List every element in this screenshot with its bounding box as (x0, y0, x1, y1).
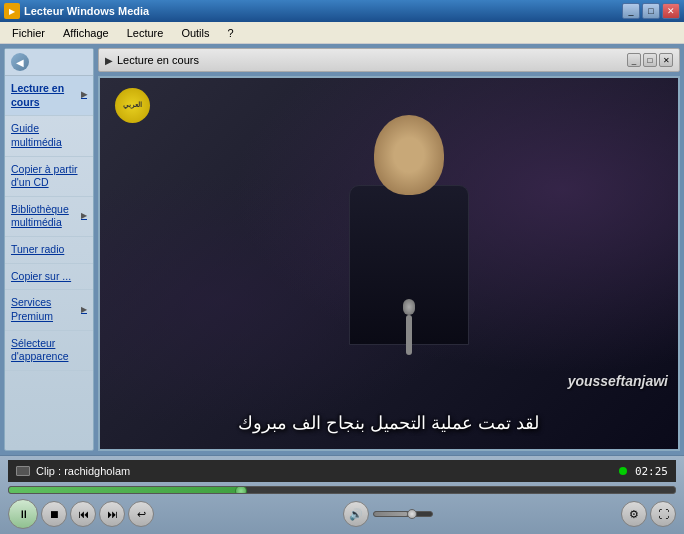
controls-left: ⏸ ⏹ ⏮ ⏭ ↩ (8, 499, 154, 529)
sidebar-label-guide: Guide multimédia (11, 122, 87, 149)
sidebar-label-bibliotheque: Bibliothèque multimédia (11, 203, 81, 230)
progress-bar-container (8, 486, 676, 494)
sidebar-item-copier-cd[interactable]: Copier à partir d'un CD (5, 157, 93, 197)
menu-help[interactable]: ? (220, 25, 242, 41)
volume-slider[interactable] (373, 511, 433, 517)
menu-affichage[interactable]: Affichage (55, 25, 117, 41)
mic-head (403, 299, 415, 315)
performer-head (374, 115, 444, 195)
mini-player-controls: _ □ ✕ (627, 53, 673, 67)
volume-button[interactable]: 🔊 (343, 501, 369, 527)
sidebar-arrow-services: ▶ (81, 305, 87, 315)
title-bar: ▶ Lecteur Windows Media _ □ ✕ (0, 0, 684, 22)
app-icon: ▶ (4, 3, 20, 19)
volume-fill (374, 512, 409, 516)
sidebar-label-tuner: Tuner radio (11, 243, 64, 257)
microphone (406, 315, 412, 355)
mini-ctrl-maximize[interactable]: □ (643, 53, 657, 67)
video-section: ▶ Lecture en cours _ □ ✕ (98, 48, 680, 451)
minimize-button[interactable]: _ (622, 3, 640, 19)
maximize-button[interactable]: □ (642, 3, 660, 19)
video-scene (100, 78, 678, 449)
mini-player-icon: ▶ (105, 55, 113, 66)
settings-button[interactable]: ⚙ (621, 501, 647, 527)
arabic-subtitle: لقد تمت عملية التحميل بنجاح الف مبروك (100, 412, 678, 434)
sidebar-arrow-lecture: ▶ (81, 90, 87, 100)
prev-button[interactable]: ⏮ (70, 501, 96, 527)
controls-section: Clip : rachidgholam 02:25 ⏸ ⏹ ⏮ ⏭ (0, 455, 684, 534)
menu-outils[interactable]: Outils (173, 25, 217, 41)
progress-thumb[interactable] (235, 486, 247, 494)
next-button[interactable]: ⏭ (99, 501, 125, 527)
sidebar-arrow-bibliotheque: ▶ (81, 211, 87, 221)
window-controls: _ □ ✕ (622, 3, 680, 19)
performer-body (349, 185, 469, 345)
sidebar-back-button[interactable]: ◀ (5, 49, 93, 76)
pause-button[interactable]: ⏸ (8, 499, 38, 529)
mini-player-label: Lecture en cours (117, 54, 623, 66)
sidebar-item-bibliotheque[interactable]: Bibliothèque multimédia ▶ (5, 197, 93, 237)
sidebar-label-selecteur: Sélecteur d'apparence (11, 337, 87, 364)
menu-bar: Fichier Affichage Lecture Outils ? (0, 22, 684, 44)
menu-lecture[interactable]: Lecture (119, 25, 172, 41)
mini-ctrl-close[interactable]: ✕ (659, 53, 673, 67)
controls-right: ⚙ ⛶ (621, 501, 676, 527)
channel-logo: العربي (115, 88, 150, 123)
fullscreen-button[interactable]: ⛶ (650, 501, 676, 527)
video-status-icon (16, 466, 30, 476)
back-circle-icon: ◀ (11, 53, 29, 71)
sidebar-label-lecture: Lecture en cours (11, 82, 81, 109)
status-left: Clip : rachidgholam (16, 465, 130, 477)
clip-label: Clip : rachidgholam (36, 465, 130, 477)
sidebar-item-lecture[interactable]: Lecture en cours ▶ (5, 76, 93, 116)
mini-ctrl-minimize[interactable]: _ (627, 53, 641, 67)
sidebar-label-copier-sur: Copier sur ... (11, 270, 71, 284)
sidebar-item-copier-sur[interactable]: Copier sur ... (5, 264, 93, 291)
sidebar-item-guide[interactable]: Guide multimédia (5, 116, 93, 156)
main-container: ◀ Lecture en cours ▶ Guide multimédia Co… (0, 44, 684, 534)
performer (309, 115, 509, 375)
sidebar: ◀ Lecture en cours ▶ Guide multimédia Co… (4, 48, 94, 451)
sidebar-item-selecteur[interactable]: Sélecteur d'apparence (5, 331, 93, 371)
status-right: 02:25 (619, 465, 668, 478)
sidebar-label-copier-cd: Copier à partir d'un CD (11, 163, 87, 190)
video-player[interactable]: العربي yousseftanjawi لقد تمت عملية التح… (98, 76, 680, 451)
volume-thumb[interactable] (407, 509, 417, 519)
rewind-button[interactable]: ↩ (128, 501, 154, 527)
sidebar-label-services: Services Premium (11, 296, 81, 323)
stop-button[interactable]: ⏹ (41, 501, 67, 527)
sidebar-item-services[interactable]: Services Premium ▶ (5, 290, 93, 330)
status-bar: Clip : rachidgholam 02:25 (8, 460, 676, 482)
content-area: ◀ Lecture en cours ▶ Guide multimédia Co… (0, 44, 684, 455)
mini-player-bar: ▶ Lecture en cours _ □ ✕ (98, 48, 680, 72)
clip-name: rachidgholam (64, 465, 130, 477)
signal-dot (619, 467, 627, 475)
sidebar-item-tuner[interactable]: Tuner radio (5, 237, 93, 264)
time-display: 02:25 (635, 465, 668, 478)
progress-bar[interactable] (8, 486, 676, 494)
controls-center: 🔊 (343, 501, 433, 527)
close-button[interactable]: ✕ (662, 3, 680, 19)
progress-fill (9, 487, 242, 493)
menu-fichier[interactable]: Fichier (4, 25, 53, 41)
control-buttons: ⏸ ⏹ ⏮ ⏭ ↩ 🔊 ⚙ ⛶ (8, 498, 676, 530)
window-title: Lecteur Windows Media (24, 5, 149, 17)
video-watermark: yousseftanjawi (568, 373, 668, 389)
title-bar-left: ▶ Lecteur Windows Media (4, 3, 149, 19)
